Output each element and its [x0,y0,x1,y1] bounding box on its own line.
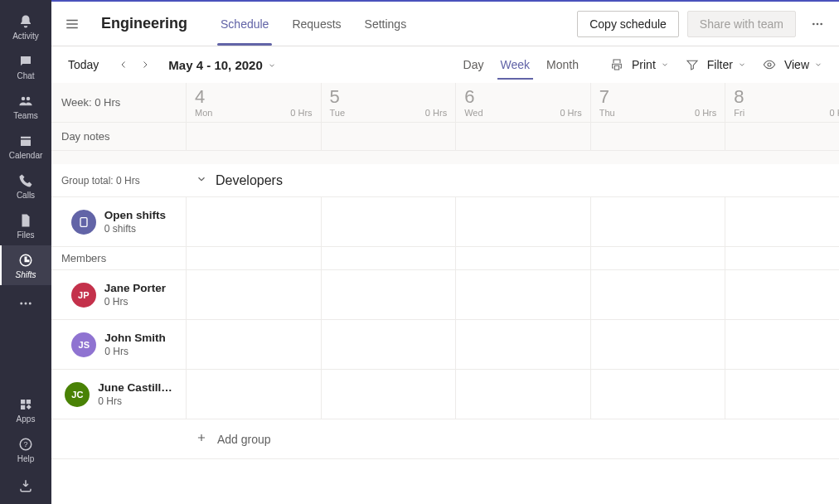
header: Engineering Schedule Requests Settings C… [51,2,839,46]
svg-point-7 [820,22,822,25]
print-button[interactable]: Print [604,55,676,75]
rail-label: Calls [17,191,35,201]
rail-shifts[interactable]: Shifts [0,245,51,285]
today-button[interactable]: Today [61,55,105,75]
tab-requests[interactable]: Requests [280,2,352,46]
copy-schedule-button[interactable]: Copy schedule [577,11,679,37]
member-row: JCJune Castill…0 Hrs [51,370,839,419]
day-header: 7Thu0 Hrs [590,83,725,122]
grid-cell[interactable] [455,320,590,369]
grid-cell[interactable] [321,123,456,150]
next-week-button[interactable] [135,55,155,75]
svg-point-8 [768,63,771,66]
open-shifts-sub: 0 shifts [104,222,166,235]
day-header: 5Tue0 Hrs [321,83,456,122]
rail-label: Files [17,230,34,240]
main: Engineering Schedule Requests Settings C… [51,0,839,504]
rail-download[interactable] [0,469,51,504]
member-name: Jane Porter [104,282,166,295]
grid-cell[interactable] [186,197,321,246]
grid-cell[interactable] [321,320,456,369]
collapse-group-icon[interactable] [196,173,207,187]
filter-button[interactable]: Filter [679,55,753,75]
eye-icon [763,58,776,71]
svg-point-6 [817,22,819,25]
hamburger-icon[interactable] [60,17,85,32]
schedule-grid[interactable]: Week: 0 Hrs 4Mon0 Hrs5Tue0 Hrs6Wed0 Hrs7… [51,83,839,504]
chevron-down-icon [268,58,276,72]
grid-cell[interactable] [321,370,456,419]
chevron-down-icon [814,58,822,71]
rail-teams[interactable]: Teams [0,86,51,126]
grid-cell[interactable] [725,123,839,150]
view-day[interactable]: Day [457,55,491,75]
tab-schedule[interactable]: Schedule [209,2,280,46]
grid-cell[interactable] [455,197,590,246]
day-notes-label: Day notes [51,123,186,150]
plus-icon [196,432,207,446]
grid-cell[interactable] [590,370,725,419]
chevron-down-icon [661,58,669,71]
help-icon: ? [17,436,34,453]
grid-cell[interactable] [725,197,839,246]
grid-cell[interactable] [455,247,590,269]
rail-more[interactable] [17,285,34,323]
grid-cell[interactable] [725,270,839,319]
file-icon [17,212,34,229]
rail-calendar[interactable]: Calendar [0,126,51,166]
rail-chat[interactable]: Chat [0,46,51,86]
member-hours: 0 Hrs [104,295,166,308]
rail-calls[interactable]: Calls [0,166,51,206]
tab-settings[interactable]: Settings [353,2,419,46]
avatar: JS [71,332,96,357]
rail-files[interactable]: Files [0,206,51,245]
grid-cell[interactable] [186,320,321,369]
grid-cell[interactable] [186,370,321,419]
grid-cell[interactable] [590,270,725,319]
phone-icon [17,172,34,189]
group-header: Group total: 0 Hrs Developers [51,164,839,197]
grid-cell[interactable] [455,270,590,319]
grid-cell[interactable] [321,197,456,246]
days-header-row: Week: 0 Hrs 4Mon0 Hrs5Tue0 Hrs6Wed0 Hrs7… [51,83,839,123]
grid-cell[interactable] [725,247,839,269]
grid-cell[interactable] [725,320,839,369]
grid-cell[interactable] [590,247,725,269]
chevron-down-icon [738,58,746,71]
member-name: John Smith [104,332,166,345]
grid-cell[interactable] [725,370,839,419]
member-row: JPJane Porter0 Hrs [51,270,839,320]
header-more-icon[interactable] [804,11,831,37]
view-month[interactable]: Month [540,55,585,75]
grid-cell[interactable] [321,247,456,269]
grid-cell[interactable] [455,370,590,419]
day-notes-row: Day notes [51,123,839,151]
grid-cell[interactable] [186,270,321,319]
chat-icon [17,53,34,70]
grid-cell[interactable] [321,270,456,319]
share-team-button: Share with team [687,11,796,37]
grid-cell[interactable] [590,123,725,150]
add-group-label: Add group [217,433,271,446]
grid-cell[interactable] [590,320,725,369]
view-week[interactable]: Week [494,55,537,75]
prev-week-button[interactable] [114,55,133,75]
grid-cell[interactable] [455,123,590,150]
rail-apps[interactable]: Apps [0,390,51,429]
print-icon [610,58,623,71]
group-name: Developers [216,173,283,188]
members-label: Members [51,247,186,269]
grid-cell[interactable] [186,247,321,269]
view-button[interactable]: View [756,55,829,75]
svg-point-5 [812,22,815,25]
grid-cell[interactable] [590,197,725,246]
rail-label: Shifts [15,270,36,280]
grid-cell[interactable] [186,123,321,150]
header-tabs: Schedule Requests Settings [209,2,418,46]
date-range[interactable]: May 4 - 10, 2020 [163,58,280,72]
rail-activity[interactable]: Activity [0,7,51,46]
open-shifts-icon [71,210,96,235]
svg-point-1 [25,303,27,305]
rail-help[interactable]: ? Help [0,429,51,469]
add-group-button[interactable]: Add group [186,419,839,458]
